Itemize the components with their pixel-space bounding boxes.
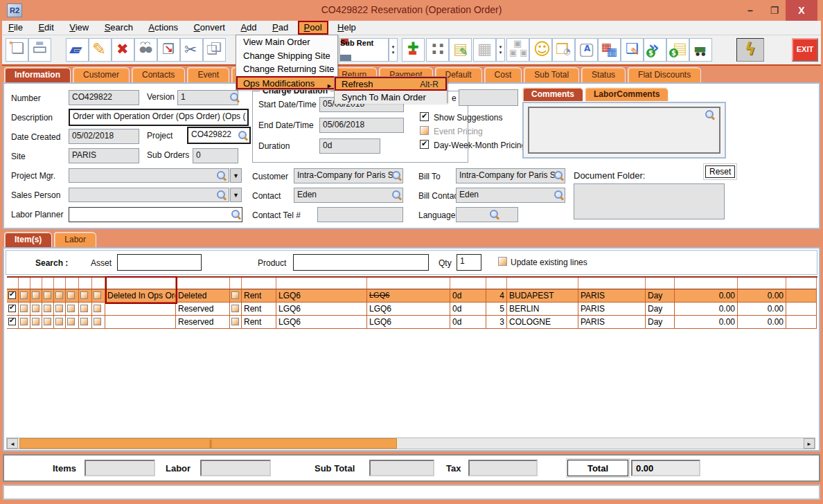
edit-document-button[interactable]: [621, 38, 644, 62]
substitutes-button[interactable]: [426, 38, 449, 62]
cell-action[interactable]: Rent: [242, 289, 276, 303]
cell-description[interactable]: LGQ6: [367, 303, 450, 316]
cell-status[interactable]: Reserved: [176, 303, 230, 316]
menu-item-synch-to-main-order[interactable]: Synch To Main Order: [335, 91, 447, 105]
cell-month-price[interactable]: [786, 316, 817, 329]
col-x[interactable]: X: [30, 278, 42, 289]
notes-button[interactable]: [449, 38, 472, 62]
col-c[interactable]: C: [19, 278, 30, 289]
row-checkbox-s[interactable]: [55, 291, 63, 299]
col-shipping-site[interactable]: Shipping Site: [507, 278, 578, 289]
sales-person-dropdown-arrow[interactable]: ▼: [230, 188, 242, 202]
tab-cost[interactable]: Cost: [484, 67, 522, 82]
cell-day-each-price[interactable]: 0.00: [675, 303, 738, 316]
maximize-button[interactable]: ❐: [764, 0, 785, 21]
show-suggestions-checkbox[interactable]: [420, 112, 429, 121]
col-qty[interactable]: Qty: [486, 278, 507, 289]
smiley-button[interactable]: [529, 38, 552, 62]
cell-duration[interactable]: 0d: [450, 303, 486, 316]
document-folder-field[interactable]: [574, 183, 725, 219]
col-month-price[interactable]: Month Price: [786, 278, 817, 289]
add-item-button[interactable]: [402, 38, 425, 62]
scroll-right-arrow[interactable]: ►: [804, 438, 815, 449]
copy-button[interactable]: [203, 38, 226, 62]
menu-item-change-returning-site[interactable]: Change Returning Site: [236, 62, 337, 76]
language-search-icon[interactable]: [489, 209, 499, 219]
cell-month-price[interactable]: [786, 303, 817, 316]
tab-sub-total[interactable]: Sub Total: [524, 67, 579, 82]
payment-button[interactable]: [644, 38, 666, 62]
row-checkbox-x[interactable]: [32, 318, 39, 325]
row-checkbox-s[interactable]: [55, 305, 63, 312]
menu-convert[interactable]: Convert: [187, 21, 231, 35]
col-description[interactable]: Description: [367, 278, 450, 289]
close-button[interactable]: X: [786, 0, 817, 21]
delivery-button[interactable]: [689, 38, 712, 62]
paste-special-button[interactable]: [157, 38, 180, 62]
day-week-month-pricing-checkbox[interactable]: [420, 140, 429, 149]
cell-shipping-site[interactable]: BERLIN: [507, 303, 578, 316]
cell-description[interactable]: LGQ6: [367, 316, 450, 329]
cell-day-each-price[interactable]: 0.00: [675, 316, 738, 329]
cell-returning-site[interactable]: PARIS: [578, 289, 646, 303]
scroll-left-arrow[interactable]: ◄: [7, 438, 18, 449]
row-checkbox-s[interactable]: [55, 318, 63, 325]
menu-view[interactable]: View: [63, 21, 95, 35]
row-checkbox-ii[interactable]: [94, 318, 101, 325]
project-mgr-dropdown-arrow[interactable]: ▼: [230, 168, 242, 183]
sub-rent-spinner[interactable]: ▼▼: [389, 38, 398, 62]
folder-history-button[interactable]: [552, 38, 575, 62]
cell-shipping-site[interactable]: BUDAPEST: [507, 289, 578, 303]
row-checkbox-t[interactable]: [8, 305, 16, 312]
col-t[interactable]: T: [7, 278, 19, 289]
cell-week-price[interactable]: 0.00: [738, 316, 786, 329]
tab-items[interactable]: Item(s): [4, 232, 52, 247]
contact-field[interactable]: Eden: [294, 188, 403, 203]
menu-item-ops-modifications[interactable]: Ops Modifications ►: [236, 76, 337, 90]
keyboard-button[interactable]: [575, 38, 598, 62]
row-checkbox-ic[interactable]: [67, 318, 75, 325]
col-unit[interactable]: Unit: [646, 278, 675, 289]
project-mgr-search-icon[interactable]: [216, 170, 227, 181]
cell-modifications[interactable]: [105, 316, 176, 329]
col-i1[interactable]: I....: [79, 278, 92, 289]
cell-qty[interactable]: 4: [486, 289, 507, 303]
row-checkbox-c[interactable]: [20, 291, 28, 299]
col-returning-site[interactable]: Returning Site: [578, 278, 646, 289]
cut-button[interactable]: [180, 38, 203, 62]
col-week-price[interactable]: Week Price: [738, 278, 786, 289]
menu-help[interactable]: Help: [331, 21, 362, 35]
cell-product-id[interactable]: LGQ6: [276, 289, 367, 303]
row-checkbox-l[interactable]: [231, 318, 239, 325]
bill-to-field[interactable]: Intra-Company for Paris S: [456, 168, 565, 183]
tab-contacts[interactable]: Contacts: [132, 67, 185, 82]
cell-product-id[interactable]: LGQ6: [276, 316, 367, 329]
labor-planner-field[interactable]: [69, 207, 242, 222]
bill-contact-search-icon[interactable]: [554, 190, 564, 200]
tab-labor[interactable]: Labor: [54, 232, 96, 247]
col-ii[interactable]: I.I: [92, 278, 105, 289]
cell-week-price[interactable]: 0.00: [738, 289, 786, 303]
tab-flat-discounts[interactable]: Flat Discounts: [628, 67, 701, 82]
cell-product-id[interactable]: LGQ6: [276, 303, 367, 316]
cell-action[interactable]: Rent: [242, 316, 276, 329]
cell-duration[interactable]: 0d: [450, 316, 486, 329]
tab-labor-comments[interactable]: LaborComments: [585, 87, 669, 101]
menu-search[interactable]: Search: [98, 21, 139, 35]
update-existing-lines-checkbox[interactable]: [498, 257, 507, 266]
cell-description[interactable]: LGQ6: [367, 289, 450, 303]
contact-search-icon[interactable]: [391, 190, 402, 200]
col-l[interactable]: L: [230, 278, 242, 289]
find-button[interactable]: [134, 38, 157, 62]
customer-field[interactable]: Intra-Company for Paris Sit: [294, 168, 403, 183]
qty-input[interactable]: 1: [457, 254, 481, 271]
col-s[interactable]: S: [54, 278, 66, 289]
cell-unit[interactable]: Day: [646, 303, 675, 316]
tab-comments[interactable]: Comments: [522, 87, 583, 101]
calendar-spinner[interactable]: ▼▼: [496, 38, 505, 62]
edit-button[interactable]: [89, 38, 112, 62]
bill-contact-field[interactable]: Eden: [456, 188, 565, 203]
row-checkbox-x[interactable]: [32, 305, 39, 312]
row-checkbox-t[interactable]: [8, 291, 16, 299]
lightning-button[interactable]: [736, 38, 764, 62]
